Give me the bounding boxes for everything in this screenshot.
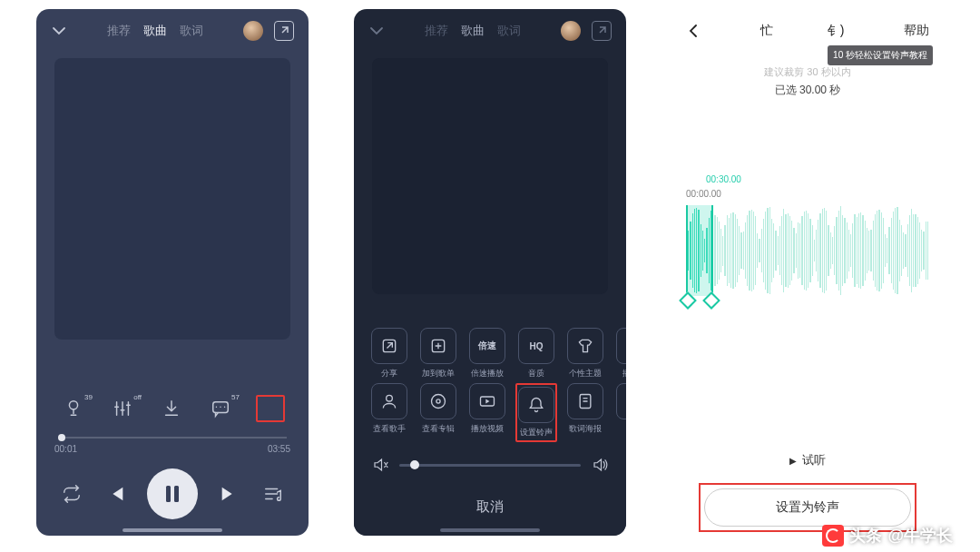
watermark-logo-icon <box>822 525 844 547</box>
comment-icon[interactable]: 57 <box>207 395 234 422</box>
open-external-icon <box>592 21 612 41</box>
volume-max-icon[interactable] <box>592 457 608 473</box>
watermark: 头条 @牛学长 <box>822 525 953 547</box>
sheet-item-speed[interactable]: 倍速倍速播放 <box>466 328 508 380</box>
avatar <box>561 21 581 41</box>
action-sheet-screen: 推荐 歌曲 歌词 分享加到歌单倍速倍速播放HQ音质个性主题播放器 查看歌手查看专… <box>354 9 626 536</box>
tab-song[interactable]: 歌曲 <box>143 23 167 39</box>
ringtone-editor-screen: 忙钅) 帮助 10 秒轻松设置铃声教程 建议裁剪 30 秒以内 已选 30.00… <box>671 9 944 536</box>
time-current: 00:01 <box>54 444 77 454</box>
sheet-item-label: 分享 <box>381 368 397 380</box>
sheet-item-share[interactable]: 分享 <box>368 328 410 380</box>
sheet-item-label: 播放器 <box>622 368 627 380</box>
sheet-item-player[interactable]: 播放器 <box>613 328 626 380</box>
share-icon <box>371 328 407 364</box>
mute-icon[interactable] <box>372 457 388 473</box>
pause-button[interactable] <box>147 468 198 519</box>
comment-badge: 57 <box>231 393 240 401</box>
album-cover <box>54 58 290 340</box>
sheet-row-2: 查看歌手查看专辑播放视频设置铃声歌词海报驾驶 <box>368 383 626 442</box>
sheet-item-lyric-poster[interactable]: 歌词海报 <box>564 383 606 442</box>
download-icon[interactable] <box>158 395 185 422</box>
selected-duration: 已选 30.00 秒 <box>671 83 944 98</box>
home-indicator <box>440 528 540 532</box>
sheet-item-label: 播放视频 <box>471 423 504 435</box>
selection-handles[interactable] <box>686 205 713 296</box>
collapse-icon[interactable] <box>51 23 67 39</box>
watermark-author: @牛学长 <box>887 525 953 547</box>
player-icon <box>616 328 626 364</box>
playback-controls <box>54 468 290 519</box>
player-header: 推荐 歌曲 歌词 <box>36 9 309 53</box>
svg-point-10 <box>387 395 393 401</box>
lyric-poster-icon <box>567 383 603 419</box>
sheet-item-theme[interactable]: 个性主题 <box>564 328 606 380</box>
tab-recommend[interactable]: 推荐 <box>107 23 131 39</box>
sheet-item-quality[interactable]: HQ音质 <box>515 328 557 380</box>
sheet-item-label: 查看歌手 <box>373 423 406 435</box>
sheet-item-artist[interactable]: 查看歌手 <box>368 383 410 442</box>
sheet-item-add-playlist[interactable]: 加到歌单 <box>417 328 459 380</box>
next-icon[interactable] <box>215 480 242 508</box>
tab-song: 歌曲 <box>461 23 485 39</box>
equalizer-icon[interactable]: off <box>109 395 136 422</box>
collapse-icon[interactable] <box>368 23 385 39</box>
more-icon[interactable] <box>256 395 285 422</box>
theme-icon <box>567 328 603 364</box>
avatar[interactable] <box>243 21 263 41</box>
prev-icon[interactable] <box>103 480 130 508</box>
ringtone-icon <box>518 387 554 423</box>
quality-icon: HQ <box>518 328 554 364</box>
album-cover-dim <box>372 58 608 294</box>
volume-row <box>354 442 626 482</box>
sheet-item-label: 音质 <box>528 368 544 380</box>
loop-icon[interactable] <box>58 480 85 508</box>
end-time-label: 00:30.00 <box>706 174 741 184</box>
sheet-item-driving[interactable]: 驾驶 <box>613 383 626 442</box>
trim-hint: 建议裁剪 30 秒以内 <box>671 65 944 79</box>
sheet-item-label: 加到歌单 <box>422 368 455 380</box>
add-playlist-icon <box>420 328 456 364</box>
help-link[interactable]: 帮助 <box>904 23 929 39</box>
player-header-dim: 推荐 歌曲 歌词 <box>354 9 626 53</box>
preview-button[interactable]: 试听 <box>671 452 944 468</box>
video-icon <box>469 383 505 419</box>
watermark-prefix: 头条 <box>849 525 882 547</box>
svg-point-11 <box>432 395 446 409</box>
tab-recommend: 推荐 <box>425 23 448 39</box>
svg-point-12 <box>436 399 440 403</box>
svg-rect-5 <box>166 486 171 502</box>
sing-badge: 39 <box>84 393 93 401</box>
driving-icon <box>616 383 626 419</box>
player-tools: 39 off 57 <box>54 386 290 437</box>
volume-slider[interactable] <box>399 464 581 467</box>
progress-bar[interactable] <box>58 437 287 439</box>
sheet-item-video[interactable]: 播放视频 <box>466 383 508 442</box>
sheet-item-ringtone[interactable]: 设置铃声 <box>515 383 557 442</box>
sheet-item-label: 个性主题 <box>569 368 602 380</box>
home-indicator <box>122 528 222 532</box>
sheet-row-1: 分享加到歌单倍速倍速播放HQ音质个性主题播放器 <box>368 328 626 380</box>
playlist-icon[interactable] <box>260 480 287 508</box>
svg-rect-6 <box>174 486 179 502</box>
tutorial-toast[interactable]: 10 秒轻松设置铃声教程 <box>828 45 933 65</box>
speed-icon: 倍速 <box>469 328 505 364</box>
back-icon[interactable] <box>686 24 701 38</box>
svg-point-0 <box>69 401 77 409</box>
open-external-icon[interactable] <box>274 21 294 41</box>
tab-lyrics[interactable]: 歌词 <box>180 23 203 39</box>
eq-badge: off <box>133 393 142 401</box>
sing-icon[interactable]: 39 <box>60 395 87 422</box>
sheet-item-label: 倍速播放 <box>471 368 504 380</box>
artist-icon <box>371 383 407 419</box>
sheet-item-album[interactable]: 查看专辑 <box>417 383 459 442</box>
waveform-area[interactable]: 00:30.00 00:00.00 <box>686 189 929 316</box>
header-title-icons: 忙钅) <box>760 23 845 39</box>
time-total: 03:55 <box>268 444 290 454</box>
waveform[interactable] <box>686 205 929 296</box>
tab-lyrics: 歌词 <box>497 23 521 39</box>
action-sheet: 分享加到歌单倍速倍速播放HQ音质个性主题播放器 查看歌手查看专辑播放视频设置铃声… <box>354 324 626 536</box>
sheet-item-label: 查看专辑 <box>422 423 455 435</box>
set-ringtone-button[interactable]: 设置为铃声 <box>704 488 911 527</box>
start-time-label: 00:00.00 <box>686 189 721 199</box>
